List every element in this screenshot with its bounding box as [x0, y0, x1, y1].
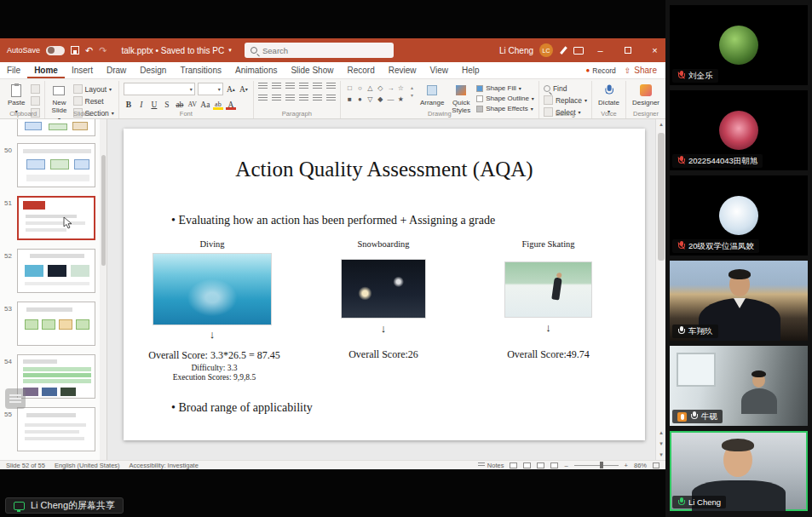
normal-view-button[interactable]: [510, 462, 517, 468]
tab-design[interactable]: Design: [133, 62, 173, 78]
fit-to-window-button[interactable]: [653, 462, 659, 468]
shape-icon[interactable]: ○: [358, 84, 362, 92]
user-avatar[interactable]: LC: [539, 43, 553, 57]
zoom-slider[interactable]: [574, 465, 619, 466]
participant-tile-active-speaker[interactable]: Li Cheng: [670, 431, 808, 511]
tab-file[interactable]: File: [0, 62, 27, 78]
layout-button[interactable]: Layout▾: [73, 84, 114, 94]
meeting-floating-control[interactable]: [5, 388, 26, 409]
shape-icon[interactable]: ★: [398, 95, 404, 103]
notes-button[interactable]: Notes: [478, 462, 504, 469]
figure-skating-image[interactable]: [504, 261, 592, 318]
accessibility-indicator[interactable]: Accessibility: Investigate: [130, 462, 199, 469]
figure-skating-score[interactable]: Overall Score:49.74: [479, 348, 618, 361]
reset-button[interactable]: Reset: [73, 96, 114, 106]
slide-thumbnail-partial[interactable]: [17, 119, 95, 136]
text-shadow-button[interactable]: S: [162, 99, 172, 110]
pen-icon[interactable]: [559, 45, 567, 55]
justify-button[interactable]: [299, 95, 308, 102]
scrollbar-thumb[interactable]: [658, 133, 665, 261]
designer-button[interactable]: Designer: [631, 83, 661, 107]
shrink-font-button[interactable]: A▾: [239, 83, 249, 95]
grow-font-button[interactable]: A▴: [226, 83, 236, 95]
replace-button[interactable]: Replace▾: [544, 95, 587, 105]
tab-review[interactable]: Review: [382, 62, 423, 78]
line-spacing-button[interactable]: [313, 83, 322, 90]
slide-bullet-1[interactable]: • Evaluating how an action has been perf…: [171, 214, 495, 227]
participant-tile[interactable]: 20级双学位温凤姣: [670, 175, 808, 256]
bullets-button[interactable]: [258, 83, 268, 90]
cut-button[interactable]: [31, 84, 40, 94]
slide-bullet-2[interactable]: • Broad range of applicability: [171, 401, 313, 415]
indent-increase-button[interactable]: [299, 83, 308, 90]
redo-button[interactable]: ↷: [99, 46, 107, 55]
reading-view-button[interactable]: [537, 462, 544, 468]
restore-button[interactable]: [617, 38, 638, 62]
undo-button[interactable]: ↶: [85, 46, 93, 55]
font-color-button[interactable]: A: [226, 99, 236, 110]
tab-draw[interactable]: Draw: [100, 62, 133, 78]
document-title[interactable]: talk.pptx • Saved to this PC ▾: [121, 46, 231, 55]
slide-thumbnail-54[interactable]: [17, 354, 95, 399]
diving-image[interactable]: [153, 253, 272, 325]
align-right-button[interactable]: [285, 95, 295, 102]
character-spacing-button[interactable]: AV: [187, 99, 198, 110]
slide-thumbnail-50[interactable]: [17, 143, 95, 187]
presentation-icon[interactable]: [573, 47, 584, 55]
strikethrough-button[interactable]: ab: [175, 99, 185, 110]
shape-icon[interactable]: △: [367, 84, 372, 92]
tab-animations[interactable]: Animations: [228, 62, 284, 78]
shape-icon[interactable]: □: [348, 84, 352, 92]
shape-outline-button[interactable]: Shape Outline▾: [476, 95, 534, 102]
share-button[interactable]: ⇧ Share: [625, 66, 657, 75]
thumbnail-scrollbar[interactable]: [100, 119, 107, 460]
slide[interactable]: Action Quality Assessment (AQA) • Evalua…: [124, 129, 645, 440]
align-center-button[interactable]: [272, 95, 281, 102]
tab-slide-show[interactable]: Slide Show: [284, 62, 340, 78]
shape-fill-button[interactable]: Shape Fill▾: [476, 84, 534, 92]
tab-help[interactable]: Help: [455, 62, 487, 78]
font-name-combo[interactable]: ▾: [124, 83, 195, 95]
align-left-button[interactable]: [258, 95, 268, 102]
zoom-in-button[interactable]: +: [625, 462, 628, 469]
copy-button[interactable]: [31, 96, 40, 106]
find-button[interactable]: Find: [544, 84, 587, 93]
close-button[interactable]: ×: [644, 38, 665, 62]
tab-home[interactable]: Home: [27, 62, 65, 78]
shape-icon[interactable]: —: [387, 95, 394, 103]
tab-insert[interactable]: Insert: [65, 62, 100, 78]
shapes-gallery[interactable]: □ ○ △ ◇ → ☆ ■ ● ▽ ◆ — ★: [345, 83, 406, 104]
highlight-color-button[interactable]: ab: [213, 99, 223, 110]
participant-tile[interactable]: 刘全乐: [670, 5, 808, 85]
zoom-slider-thumb[interactable]: [600, 462, 603, 468]
zoom-out-button[interactable]: –: [564, 462, 567, 469]
diving-score[interactable]: Overall Score: 3.3*26.5 = 87.45: [127, 349, 302, 362]
font-size-combo[interactable]: ▾: [198, 83, 223, 95]
slide-thumbnail-52[interactable]: [17, 249, 95, 293]
slide-sorter-view-button[interactable]: [523, 462, 531, 468]
zoom-level[interactable]: 86%: [634, 462, 647, 469]
slide-thumbnail-55[interactable]: [17, 407, 95, 451]
save-button[interactable]: [71, 46, 79, 55]
slideshow-view-button[interactable]: [550, 462, 558, 468]
text-direction-button[interactable]: [326, 83, 336, 90]
slide-title[interactable]: Action Quality Assessment (AQA): [124, 158, 645, 181]
snowboarding-score[interactable]: Overall Score:26: [315, 348, 452, 361]
language-indicator[interactable]: English (United States): [55, 462, 120, 469]
columns-button[interactable]: [313, 95, 322, 102]
search-input[interactable]: [262, 46, 373, 55]
shapes-scroll-down[interactable]: ▾: [411, 92, 413, 98]
example-label-figure-skating[interactable]: Figure Skating: [504, 239, 592, 249]
shape-icon[interactable]: ■: [348, 95, 352, 103]
indent-decrease-button[interactable]: [285, 83, 295, 90]
shape-icon[interactable]: ◆: [377, 95, 383, 103]
shape-icon[interactable]: →: [387, 84, 394, 92]
slide-thumbnail-51[interactable]: [17, 196, 95, 240]
tab-transitions[interactable]: Transitions: [173, 62, 228, 78]
snowboarding-image[interactable]: [341, 259, 426, 319]
underline-button[interactable]: U: [149, 99, 159, 110]
shape-icon[interactable]: ●: [358, 95, 362, 103]
participant-tile[interactable]: 牛砚: [670, 346, 808, 426]
autosave-toggle[interactable]: [46, 46, 65, 55]
participant-tile[interactable]: 车翔玖: [670, 261, 808, 341]
